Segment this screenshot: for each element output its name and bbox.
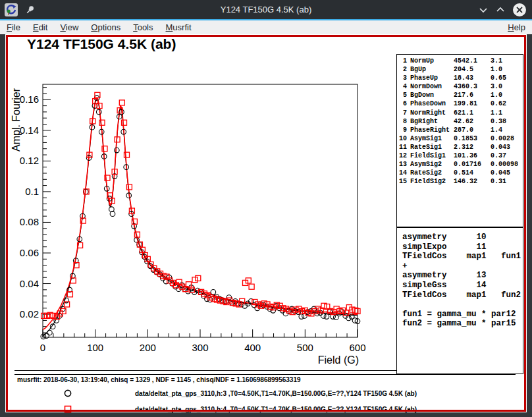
param-row: 3PhaseUp18.430.65: [397, 74, 523, 83]
x-axis-title: Field (G): [318, 354, 359, 366]
theory-box[interactable]: asymmetry 10 simplExpo 11 TFieldCos map1…: [396, 227, 523, 374]
param-num: 2: [397, 66, 410, 74]
minimize-button[interactable]: [478, 5, 489, 15]
param-value: 0.1853: [454, 135, 491, 144]
param-name: NormUp: [410, 57, 454, 66]
legend-label: data/deltat_pta_gps_3110,h:4 ,T0=4.50K,T…: [135, 406, 417, 413]
param-num: 9: [397, 126, 410, 135]
x-tick-label: 400: [244, 342, 261, 353]
param-error: 1.0: [491, 92, 523, 100]
param-value: 204.5: [454, 66, 491, 74]
param-error: 1.4: [491, 126, 523, 135]
param-value: 287.0: [454, 126, 491, 135]
param-name: AsymSig1: [410, 135, 454, 144]
param-name: PhaseRight: [410, 126, 454, 135]
y-tick-label: 0.02: [20, 308, 39, 320]
param-error: 3.1: [491, 57, 523, 66]
param-num: 8: [397, 118, 410, 126]
menu-items: FileEditViewOptionsToolsMusrfit: [0, 22, 192, 32]
x-tick-label: 500: [297, 342, 313, 353]
maximize-button[interactable]: [495, 5, 506, 15]
y-tick-label: 0.08: [20, 216, 39, 227]
y-tick-label: 0.1: [25, 186, 39, 197]
param-row: 13AsymSig20.017160.00098: [397, 161, 523, 169]
legend-row: data/deltat_pta_gps_3110,h:3 ,T0=4.50K,T…: [5, 389, 527, 399]
param-row: 1NormUp4542.13.1: [397, 57, 523, 66]
param-value: 199.81: [454, 100, 491, 109]
param-name: AsymSig2: [410, 161, 454, 169]
param-error: 0.043: [491, 144, 523, 152]
menu-item-file[interactable]: File: [7, 22, 20, 32]
param-value: 101.36: [454, 152, 491, 161]
param-name: RateSig1: [410, 144, 454, 152]
param-error: 3.0: [491, 83, 523, 92]
param-num: 6: [397, 100, 410, 109]
pin-icon[interactable]: [26, 5, 35, 14]
y-tick-label: 0.12: [20, 155, 39, 166]
legend-label: data/deltat_pta_gps_3110,h:3 ,T0=4.50K,T…: [135, 390, 417, 397]
menu-item-tools[interactable]: Tools: [133, 22, 153, 32]
menu-item-musrfit[interactable]: Musrfit: [166, 22, 192, 32]
param-num: 13: [397, 161, 410, 169]
legend-square-marker: [63, 404, 72, 414]
y-axis-title: Ampl. Fourier: [11, 88, 22, 152]
param-name: PhaseDown: [410, 100, 454, 109]
param-error: 0.045: [491, 169, 523, 178]
fourier-plot[interactable]: 0100200300400500600Field (G)0.020.040.06…: [5, 34, 400, 377]
param-row: 4NormDown4360.33.0: [397, 83, 523, 92]
scatter-circles: [41, 96, 360, 339]
param-num: 5: [397, 92, 410, 100]
param-error: 1.0: [491, 66, 523, 74]
menu-item-edit[interactable]: Edit: [33, 22, 47, 32]
param-num: 1: [397, 57, 410, 66]
param-num: 7: [397, 109, 410, 118]
param-value: 42.62: [454, 118, 491, 126]
param-name: NormRight: [410, 109, 454, 118]
theory-text: asymmetry 10 simplExpo 11 TFieldCos map1…: [397, 228, 523, 329]
param-row: 9PhaseRight287.01.4: [397, 126, 523, 135]
close-button[interactable]: [512, 3, 527, 17]
menu-item-options[interactable]: Options: [91, 22, 120, 32]
titlebar[interactable]: Y124 TF150G 4.5K (ab): [0, 0, 532, 19]
param-name: PhaseUp: [410, 74, 454, 83]
param-name: BgRight: [410, 118, 454, 126]
param-num: 14: [397, 169, 410, 178]
param-value: 0.01716: [454, 161, 491, 169]
menu-item-help[interactable]: Help: [508, 22, 525, 32]
param-name: NormDown: [410, 83, 454, 92]
param-row: 8BgRight42.620.38: [397, 118, 523, 126]
root-icon-tree-top: [7, 9, 11, 13]
param-name: RateSig2: [410, 169, 454, 178]
param-name: BgUp: [410, 66, 454, 74]
param-num: 12: [397, 152, 410, 161]
menu-item-view[interactable]: View: [60, 22, 78, 32]
param-row: 7NormRight621.11.1: [397, 109, 523, 118]
fit-parameter-box[interactable]: 1NormUp4542.13.12BgUp204.51.03PhaseUp18.…: [396, 54, 523, 227]
y-tick-label: 0.06: [20, 247, 39, 258]
y-axis: 0.020.040.060.080.10.120.140.16Ampl. Fou…: [11, 88, 51, 333]
param-value: 146.32: [454, 178, 491, 186]
param-value: 217.6: [454, 92, 491, 100]
param-value: 18.43: [454, 74, 491, 83]
y-tick-label: 0.04: [20, 278, 39, 289]
param-num: 3: [397, 74, 410, 83]
param-row: 15FieldSig2146.320.31: [397, 178, 523, 186]
param-name: FieldSig2: [410, 178, 454, 186]
x-tick-label: 600: [349, 342, 365, 353]
param-row: 14RateSig20.5140.045: [397, 169, 523, 178]
param-row: 5BgDown217.61.0: [397, 92, 523, 100]
root-canvas[interactable]: Y124 TF150G 4.5K (ab) 010020030040050060…: [5, 34, 527, 412]
param-num: 11: [397, 144, 410, 152]
y-tick-label: 0.16: [20, 94, 39, 105]
param-error: 0.31: [491, 178, 523, 186]
menubar[interactable]: FileEditViewOptionsToolsMusrfit Help: [0, 20, 532, 34]
param-name: FieldSig1: [410, 152, 454, 161]
root-app-icon[interactable]: [5, 3, 18, 16]
plot-pad-bottom-border: [14, 370, 396, 371]
param-num: 10: [397, 135, 410, 144]
param-value: 4542.1: [454, 57, 491, 66]
legend-circle-marker: [63, 389, 72, 398]
param-row: 12FieldSig1101.360.37: [397, 152, 523, 161]
param-error: 0.00098: [491, 161, 523, 169]
info-pad-top-border: [14, 374, 516, 375]
